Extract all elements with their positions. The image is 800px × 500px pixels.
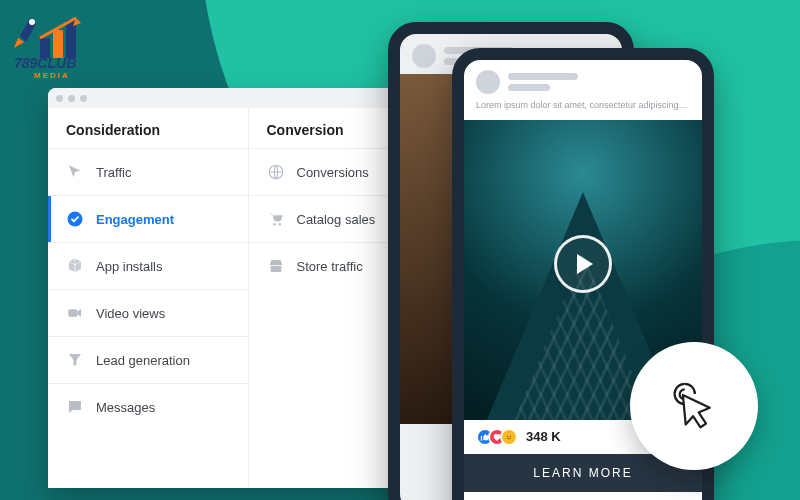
rocket-icon [14, 18, 36, 48]
check-circle-icon [66, 210, 84, 228]
funnel-icon [66, 351, 84, 369]
objective-label: Video views [96, 306, 165, 321]
objective-lead-generation[interactable]: Lead generation [48, 336, 248, 383]
click-cursor-badge [630, 342, 758, 470]
brand-logo: 789CLUB MEDIA [12, 8, 112, 78]
avatar [412, 44, 436, 68]
svg-point-12 [507, 435, 508, 436]
skeleton-line [508, 84, 550, 91]
objective-label: Lead generation [96, 353, 190, 368]
objective-messages[interactable]: Messages [48, 383, 248, 430]
svg-point-9 [273, 223, 275, 225]
globe-icon [267, 163, 285, 181]
play-icon [577, 254, 593, 274]
care-reaction-icon [500, 428, 518, 446]
skeleton-line [508, 73, 578, 80]
objective-label: Traffic [96, 165, 131, 180]
objective-label: App installs [96, 259, 162, 274]
svg-point-0 [29, 19, 35, 25]
svg-rect-7 [68, 309, 77, 317]
cube-icon [66, 257, 84, 275]
svg-text:789CLUB: 789CLUB [14, 55, 76, 71]
traffic-light-dot [56, 95, 63, 102]
objective-engagement[interactable]: Engagement [48, 195, 248, 242]
bars-icon [40, 18, 81, 58]
traffic-light-dot [80, 95, 87, 102]
svg-rect-2 [53, 30, 63, 58]
objective-label: Messages [96, 400, 155, 415]
column-header: Consideration [48, 108, 248, 148]
traffic-light-dot [68, 95, 75, 102]
store-icon [267, 257, 285, 275]
reaction-icons [476, 428, 518, 446]
objective-app-installs[interactable]: App installs [48, 242, 248, 289]
svg-point-10 [278, 223, 280, 225]
objective-label: Store traffic [297, 259, 363, 274]
cursor-icon [66, 163, 84, 181]
svg-rect-3 [66, 20, 76, 58]
svg-point-11 [505, 433, 513, 441]
reactions-count: 348 K [526, 429, 561, 444]
chat-icon [66, 398, 84, 416]
video-camera-icon [66, 304, 84, 322]
svg-text:MEDIA: MEDIA [34, 71, 70, 78]
avatar [476, 70, 500, 94]
play-button[interactable] [554, 235, 612, 293]
post-header [464, 60, 702, 100]
objective-label: Conversions [297, 165, 369, 180]
objective-label: Catalog sales [297, 212, 376, 227]
objective-video-views[interactable]: Video views [48, 289, 248, 336]
cart-icon [267, 210, 285, 228]
post-caption: Lorem ipsum dolor sit amet, consectetur … [464, 100, 702, 120]
consideration-column: Consideration Traffic Engagement App ins… [48, 108, 248, 488]
click-cursor-icon [657, 369, 731, 443]
objective-traffic[interactable]: Traffic [48, 148, 248, 195]
objective-label: Engagement [96, 212, 174, 227]
svg-point-13 [510, 435, 511, 436]
